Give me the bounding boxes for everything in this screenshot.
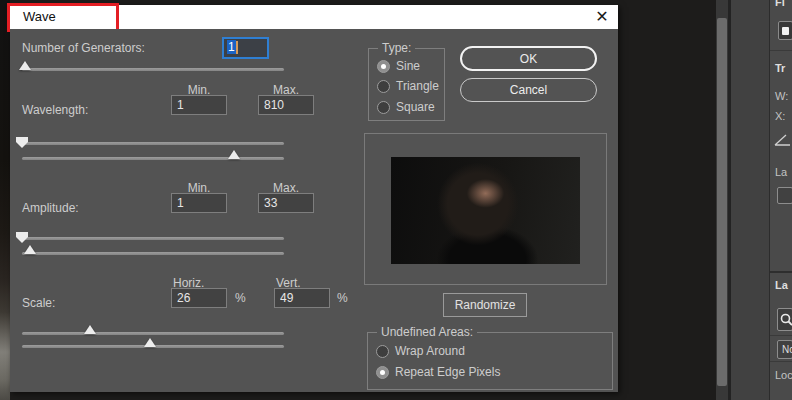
panel-top-label: Fi	[775, 0, 785, 8]
wavelength-max-slider-thumb[interactable]	[228, 150, 240, 159]
side-panel: Fi Tr W: X: La La No Loc	[769, 0, 792, 400]
radio-sine-label: Sine	[396, 59, 420, 73]
undefined-areas-legend: Undefined Areas:	[377, 325, 477, 339]
wavelength-max-input[interactable]	[258, 95, 314, 115]
wavelength-min-slider[interactable]	[22, 142, 284, 145]
scale-horiz-slider-thumb[interactable]	[84, 325, 96, 334]
amplitude-max-slider[interactable]	[22, 252, 284, 255]
amplitude-min-slider-thumb[interactable]	[16, 232, 28, 243]
dialog-body: Number of Generators: 1 Min. Max. Wavele…	[10, 29, 618, 392]
wavelength-min-input[interactable]	[171, 95, 227, 115]
width-label: W:	[775, 90, 788, 102]
randomize-button[interactable]: Randomize	[443, 293, 527, 317]
type-group: Type: Sine Triangle Square	[368, 48, 445, 121]
panel-divider	[770, 361, 792, 362]
cancel-button[interactable]: Cancel	[460, 78, 597, 102]
scale-label: Scale:	[22, 296, 55, 310]
scale-vert-slider[interactable]	[22, 345, 284, 348]
amplitude-min-input[interactable]	[171, 193, 227, 213]
type-group-legend: Type:	[378, 41, 415, 55]
layer-label: La	[775, 166, 787, 178]
preview-image	[391, 157, 580, 264]
background-photo-edge	[0, 0, 10, 400]
scale-vert-input[interactable]	[274, 288, 330, 308]
ok-button[interactable]: OK	[460, 46, 597, 71]
scale-horiz-input[interactable]	[171, 288, 227, 308]
undefined-areas-group: Undefined Areas: Wrap Around Repeat Edge…	[367, 332, 613, 390]
generators-slider[interactable]	[22, 68, 284, 71]
amplitude-max-input[interactable]	[258, 193, 314, 213]
horiz-percent-label: %	[235, 291, 246, 305]
generators-label: Number of Generators:	[22, 41, 145, 55]
scrollbar-thumb[interactable]	[717, 18, 727, 386]
transform-section-title: Tr	[775, 62, 785, 74]
dialog-title: Wave	[23, 9, 56, 24]
canvas-scrollbar[interactable]	[716, 0, 728, 400]
panel-tool-button[interactable]	[778, 21, 792, 40]
layers-search-field[interactable]	[777, 308, 792, 331]
wavelength-min-slider-thumb[interactable]	[16, 137, 28, 148]
amplitude-max-slider-thumb[interactable]	[24, 245, 36, 254]
radio-repeat-edge-pixels[interactable]	[376, 366, 389, 379]
radio-wrap-around-label: Wrap Around	[395, 344, 465, 358]
lock-label: Loc	[775, 369, 792, 381]
panel-partial-field[interactable]	[777, 187, 792, 204]
radio-square[interactable]	[377, 101, 390, 114]
blend-mode-select[interactable]: No	[777, 340, 792, 359]
wavelength-max-slider[interactable]	[22, 157, 284, 160]
preview-panel	[364, 133, 607, 285]
generators-value: 1	[227, 40, 236, 54]
panel-divider	[770, 50, 792, 51]
layer-icon	[782, 27, 789, 35]
radio-triangle-label: Triangle	[396, 79, 439, 93]
amplitude-min-slider[interactable]	[22, 237, 284, 240]
generators-input[interactable]: 1	[222, 37, 269, 59]
generators-slider-thumb[interactable]	[19, 61, 31, 70]
close-icon[interactable]: ✕	[592, 7, 612, 27]
panel-section-divider	[770, 271, 792, 273]
radio-sine[interactable]	[377, 60, 390, 73]
wave-dialog: Wave ✕ Number of Generators: 1 Min. Max.…	[10, 5, 618, 392]
amplitude-label: Amplitude:	[22, 201, 79, 215]
screen: Fi Tr W: X: La La No Loc Wave ✕	[0, 0, 792, 400]
text-caret	[236, 41, 238, 54]
radio-repeat-edge-pixels-label: Repeat Edge Pixels	[395, 365, 500, 379]
panel-gutter	[731, 0, 769, 400]
scale-horiz-slider[interactable]	[22, 332, 284, 335]
radio-wrap-around[interactable]	[376, 345, 389, 358]
x-position-label: X:	[775, 110, 785, 122]
layers-panel-title: La	[775, 279, 788, 291]
angle-icon	[774, 133, 791, 147]
radio-triangle[interactable]	[377, 80, 390, 93]
search-icon	[780, 313, 792, 327]
dialog-titlebar[interactable]: Wave ✕	[10, 5, 618, 29]
scale-vert-slider-thumb[interactable]	[144, 338, 156, 347]
radio-square-label: Square	[396, 100, 435, 114]
vert-percent-label: %	[337, 291, 348, 305]
panel-divider	[770, 335, 792, 336]
wavelength-label: Wavelength:	[22, 103, 88, 117]
